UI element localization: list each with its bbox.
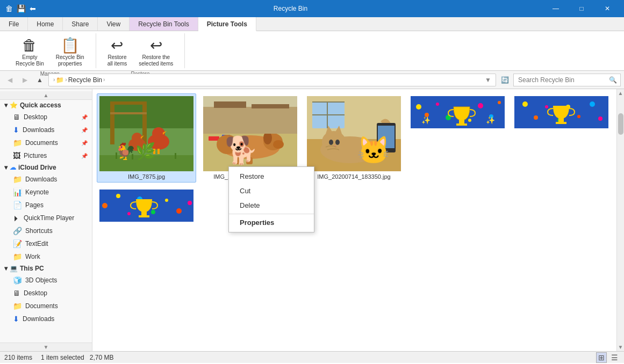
sidebar-item-desktop[interactable]: 🖥 Desktop 📌: [0, 111, 92, 123]
context-menu-separator: [229, 214, 314, 214]
breadcrumb-this-pc[interactable]: 📁: [56, 76, 64, 84]
search-input[interactable]: [518, 76, 604, 84]
tab-home[interactable]: Home: [28, 17, 63, 31]
desktop-label: Desktop: [24, 113, 78, 121]
svg-point-79: [127, 212, 131, 215]
ribbon-group-restore: ↩ Restoreall items ↩ Restore theselected…: [96, 33, 185, 68]
sidebar-item-documents-quick[interactable]: 📁 Documents 📌: [0, 136, 92, 149]
sidebar-item-downloads-icloud[interactable]: 📁 Downloads: [0, 173, 92, 186]
sidebar-item-work[interactable]: 📁 Work: [0, 250, 92, 263]
cat-svg: [307, 96, 401, 171]
empty-recycle-bin-icon: 🗑: [22, 38, 37, 53]
svg-rect-50: [378, 126, 395, 148]
maximize-button[interactable]: □: [569, 0, 594, 17]
context-menu: Restore Cut Delete Properties: [228, 166, 314, 232]
context-menu-delete[interactable]: Delete: [229, 198, 314, 213]
file-item-banner1[interactable]: ✨ ✨: [408, 93, 507, 183]
textedit-icon: 📝: [13, 239, 22, 248]
recycle-bin-properties-button[interactable]: 📋 Recycle Binproperties: [51, 35, 89, 70]
svg-point-73: [598, 117, 603, 121]
breadcrumb-separator2: ›: [65, 77, 67, 83]
breadcrumb-recycle-bin[interactable]: Recycle Bin: [68, 76, 102, 84]
svg-rect-31: [246, 157, 253, 164]
restore-selected-items-button[interactable]: ↩ Restore theselected items: [134, 35, 178, 70]
up-button[interactable]: ▲: [33, 74, 46, 86]
sidebar-item-documents-pc[interactable]: 📁 Documents: [0, 300, 92, 312]
file-item-banner3[interactable]: [97, 187, 196, 224]
context-menu-restore[interactable]: Restore: [229, 169, 314, 184]
this-pc-label: This PC: [20, 265, 44, 272]
tab-file[interactable]: File: [0, 17, 28, 31]
view-details-button[interactable]: ☰: [609, 352, 620, 363]
svg-rect-5: [110, 112, 147, 114]
svg-point-60: [498, 101, 501, 104]
save-icon[interactable]: 💾: [16, 4, 26, 13]
minimize-button[interactable]: —: [543, 0, 568, 17]
svg-point-52: [416, 104, 421, 110]
restore-all-items-button[interactable]: ↩ Restoreall items: [103, 35, 132, 70]
sidebar-scroll-down[interactable]: ▼: [44, 344, 49, 350]
sidebar-item-3d-objects[interactable]: 🧊 3D Objects: [0, 274, 92, 287]
3d-objects-label: 3D Objects: [25, 276, 88, 284]
scrollbar-up-arrow[interactable]: ▲: [617, 89, 624, 97]
documents-quick-label: Documents: [25, 139, 78, 147]
sidebar-item-desktop-pc[interactable]: 🖥 Desktop: [0, 287, 92, 300]
forward-button[interactable]: ▶: [18, 74, 31, 86]
right-scrollbar[interactable]: ▲ ▼: [616, 89, 624, 351]
empty-recycle-bin-button[interactable]: 🗑 EmptyRecycle Bin: [11, 35, 49, 70]
file-item-banner2[interactable]: [512, 93, 611, 183]
address-input[interactable]: › 📁 › Recycle Bin › ▼: [48, 74, 496, 86]
status-selection-text: 1 item selected: [41, 354, 84, 361]
file-item-img3[interactable]: IMG_20200714_183350.jpg: [304, 93, 404, 183]
sidebar-header-icloud[interactable]: ▾ ☁ iCloud Drive: [0, 162, 92, 173]
refresh-button[interactable]: 🔄: [498, 74, 511, 86]
banner1-svg: ✨ ✨: [411, 96, 505, 128]
sidebar-item-downloads-quick[interactable]: ⬇ Downloads 📌: [0, 123, 92, 136]
sidebar-item-downloads-pc[interactable]: ⬇ Downloads: [0, 312, 92, 325]
file-thumbnail-img3: [307, 96, 401, 171]
recycle-bin-properties-label: Recycle Binproperties: [56, 54, 84, 67]
scrollbar-thumb[interactable]: [618, 113, 623, 135]
sidebar-header-this-pc[interactable]: ▾ 💻 This PC: [0, 263, 92, 274]
pictures-quick-label: Pictures: [24, 152, 78, 159]
desktop-icon: 🖥: [13, 113, 20, 121]
sidebar-header-quick-access[interactable]: ▾ ⭐ Quick access: [0, 100, 92, 111]
file-name-img3: IMG_20200714_183350.jpg: [317, 173, 390, 180]
tab-share[interactable]: Share: [63, 17, 98, 31]
status-selection: 1 item selected 2,70 MB: [41, 354, 113, 361]
nav-icon[interactable]: ⬅: [28, 4, 38, 13]
context-menu-cut[interactable]: Cut: [229, 184, 314, 198]
shortcuts-icon: 🔗: [13, 227, 22, 235]
downloads-icloud-icon: 📁: [13, 175, 22, 184]
quicktime-icon: ⏵: [13, 214, 20, 222]
content-area[interactable]: IMG_7875.jpg: [92, 89, 616, 351]
close-button[interactable]: ✕: [595, 0, 620, 17]
sidebar-item-textedit[interactable]: 📝 TextEdit: [0, 237, 92, 250]
icloud-label: iCloud Drive: [18, 164, 56, 171]
sidebar-scroll-up[interactable]: ▲: [44, 92, 49, 98]
sidebar-item-keynote[interactable]: 📊 Keynote: [0, 186, 92, 199]
svg-text:✨: ✨: [421, 116, 431, 125]
file-item-img1[interactable]: IMG_7875.jpg: [97, 93, 196, 183]
this-pc-expand-icon: ▾: [4, 265, 8, 272]
tab-recycle-bin-tools[interactable]: Recycle Bin Tools: [130, 17, 198, 31]
sidebar-item-pages[interactable]: 📄 Pages: [0, 199, 92, 212]
svg-point-82: [165, 199, 168, 202]
address-dropdown-icon[interactable]: ▼: [485, 76, 491, 84]
ribbon: 🗑 EmptyRecycle Bin 📋 Recycle Binproperti…: [0, 31, 624, 71]
back-button[interactable]: ◀: [3, 74, 16, 86]
tab-picture-tools[interactable]: Picture Tools: [198, 17, 256, 31]
sidebar-item-quicktime[interactable]: ⏵ QuickTime Player: [0, 212, 92, 224]
restore-selected-label: Restore theselected items: [139, 54, 173, 67]
sidebar-item-shortcuts[interactable]: 🔗 Shortcuts: [0, 224, 92, 237]
svg-rect-33: [214, 101, 246, 108]
context-menu-properties[interactable]: Properties: [229, 215, 314, 230]
sidebar-item-pictures-quick[interactable]: 🖼 Pictures 📌: [0, 149, 92, 162]
scrollbar-down-arrow[interactable]: ▼: [617, 343, 624, 351]
sidebar: ▲ ▾ ⭐ Quick access 🖥 Desktop 📌 ⬇ Downloa…: [0, 89, 92, 351]
svg-point-83: [176, 208, 182, 214]
svg-point-26: [217, 135, 238, 154]
tab-view[interactable]: View: [98, 17, 130, 31]
view-large-icons-button[interactable]: ⊞: [596, 352, 607, 363]
dog-svg: [203, 96, 297, 171]
